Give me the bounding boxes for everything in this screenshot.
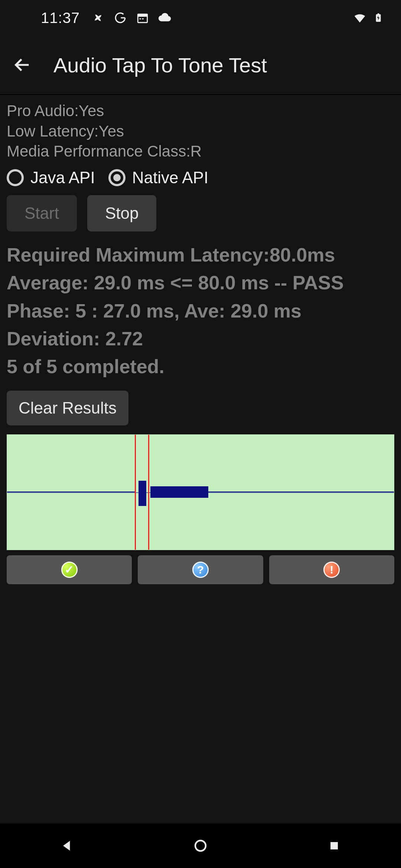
status-bar: 11:37	[0, 0, 401, 36]
cloud-icon	[158, 11, 172, 25]
nav-recent-button[interactable]	[325, 837, 343, 855]
page-title: Audio Tap To Tone Test	[53, 53, 267, 77]
deviation-result: Deviation: 2.72	[7, 325, 394, 353]
clear-results-button[interactable]: Clear Results	[7, 391, 128, 425]
average-result: Average: 29.0 ms <= 80.0 ms -- PASS	[7, 269, 394, 297]
info-button[interactable]: ?	[138, 555, 263, 584]
marker-line-end	[148, 435, 149, 550]
control-buttons: Start Stop	[7, 195, 394, 231]
svg-rect-3	[142, 18, 144, 19]
marker-line-start	[135, 435, 136, 550]
native-api-radio[interactable]	[108, 169, 125, 186]
low-latency-line: Low Latency:Yes	[7, 121, 394, 142]
svg-rect-5	[378, 13, 379, 14]
waveform-quiet-segment	[7, 491, 135, 492]
waveform-trailing-segment	[208, 491, 394, 492]
fail-button[interactable]: !	[269, 555, 394, 584]
pinwheel-icon	[91, 11, 105, 25]
media-perf-line: Media Performance Class:R	[7, 141, 394, 162]
svg-rect-2	[140, 18, 141, 19]
system-nav-bar	[0, 823, 401, 868]
app-bar: Audio Tap To Tone Test	[0, 36, 401, 95]
nav-home-button[interactable]	[192, 837, 209, 855]
java-api-radio[interactable]	[7, 169, 24, 186]
svg-rect-8	[330, 842, 338, 849]
waveform-tone-burst	[150, 486, 208, 498]
wifi-icon	[353, 11, 367, 25]
google-icon	[113, 11, 127, 25]
start-button[interactable]: Start	[7, 195, 77, 231]
native-api-label: Native API	[132, 168, 208, 187]
question-icon: ?	[192, 562, 209, 578]
outcome-buttons: ✓ ? !	[7, 555, 394, 584]
svg-rect-1	[138, 14, 147, 17]
completed-result: 5 of 5 completed.	[7, 353, 394, 381]
java-api-label: Java API	[30, 168, 95, 187]
stop-button[interactable]: Stop	[87, 195, 157, 231]
circle-home-icon	[193, 838, 208, 854]
battery-charging-icon	[371, 11, 385, 25]
check-icon: ✓	[61, 562, 78, 578]
phase-result: Phase: 5 : 27.0 ms, Ave: 29.0 ms	[7, 297, 394, 325]
pro-audio-line: Pro Audio:Yes	[7, 101, 394, 121]
arrow-left-icon	[13, 55, 32, 75]
pass-button[interactable]: ✓	[7, 555, 132, 584]
triangle-back-icon	[59, 838, 74, 853]
svg-point-7	[195, 841, 206, 851]
content: Pro Audio:Yes Low Latency:Yes Media Perf…	[0, 95, 401, 584]
status-right	[353, 11, 385, 25]
waveform-tap-burst	[138, 481, 146, 506]
calendar-icon	[136, 11, 150, 25]
required-max-latency: Required Maximum Latency:80.0ms	[7, 241, 394, 269]
api-radio-group: Java API Native API	[7, 168, 394, 187]
clock: 11:37	[41, 10, 80, 26]
square-recent-icon	[328, 839, 340, 852]
waveform-plot	[7, 434, 394, 550]
back-button[interactable]	[9, 52, 36, 78]
nav-back-button[interactable]	[58, 837, 76, 855]
results-block: Required Maximum Latency:80.0ms Average:…	[7, 241, 394, 381]
status-left: 11:37	[41, 10, 172, 26]
exclamation-icon: !	[323, 562, 340, 578]
